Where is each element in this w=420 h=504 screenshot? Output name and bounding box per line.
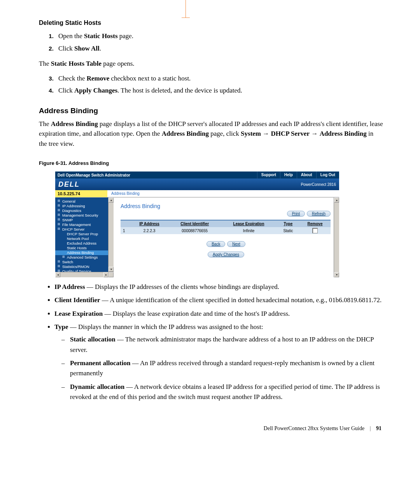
refresh-button[interactable]: Refresh — [307, 211, 331, 217]
col-lease: Lease Expiration — [220, 220, 277, 227]
cell-rownum: 1 — [121, 227, 130, 234]
col-num — [121, 220, 130, 227]
tree-statistics-rmon[interactable]: Statistics/RMON — [55, 264, 114, 269]
next-button[interactable]: Next — [227, 241, 245, 247]
desc-lease: Lease Expiration — Displays the lease ex… — [54, 309, 383, 319]
window-title: Dell OpenManage Switch Administrator — [55, 173, 257, 177]
field-descriptions: IP Address — Displays the IP addresses o… — [39, 282, 383, 402]
step-4: Click Apply Changes. The host is deleted… — [55, 86, 383, 96]
tree-snmp[interactable]: SNMP — [55, 218, 114, 222]
type-sublist: Static allocation — The network administ… — [54, 334, 383, 402]
scroll-corner — [108, 272, 114, 277]
tree-diagnostics[interactable]: Diagnostics — [55, 208, 114, 213]
back-button[interactable]: Back — [206, 241, 225, 247]
tree-static-hosts[interactable]: Static Hosts — [55, 246, 114, 250]
content-pane: Address Binding Print Refresh IP Address… — [114, 198, 339, 277]
screenshot-address-binding: Dell OpenManage Switch Administrator Sup… — [55, 172, 339, 277]
tree-advanced-settings[interactable]: Advanced Settings — [55, 255, 114, 260]
tree-general[interactable]: General — [55, 199, 114, 204]
mid-paragraph: The Static Hosts Table page opens. — [39, 59, 383, 69]
tree-hscrollbar[interactable]: ◂ ▸ — [55, 272, 114, 277]
tree-ip-addressing[interactable]: IP Addressing — [55, 204, 114, 208]
tree-vscrollbar[interactable]: ▴ ▾ — [108, 198, 114, 272]
desc-dynamic-alloc: Dynamic allocation — A network device ob… — [68, 382, 383, 402]
tree-dhcp-server[interactable]: DHCP Server — [55, 227, 114, 232]
subsection-heading: Deleting Static Hosts — [39, 19, 383, 26]
window-titlebar: Dell OpenManage Switch Administrator Sup… — [55, 172, 339, 178]
scroll-right-icon[interactable]: ▸ — [103, 272, 108, 277]
device-ip: 10.5.225.74 — [55, 190, 107, 197]
screenshot-body: General IP Addressing Diagnostics Manage… — [55, 197, 339, 277]
figure-caption: Figure 6-31. Address Binding — [39, 160, 383, 166]
content-scroll-down-icon[interactable]: ▾ — [334, 272, 339, 277]
apply-row: Apply Changes — [121, 252, 331, 257]
pagination: Back Next — [121, 241, 331, 247]
tree-dhcp-server-prop[interactable]: DHCP Server Prop — [55, 232, 114, 236]
crop-mark — [186, 0, 186, 18]
col-ip: IP Address — [130, 220, 169, 227]
scroll-left-icon[interactable]: ◂ — [55, 272, 60, 277]
cell-ip: 2.2.2.3 — [130, 227, 169, 234]
tree-file-management[interactable]: File Management — [55, 222, 114, 227]
remove-checkbox[interactable] — [312, 228, 318, 233]
tree-address-binding[interactable]: Address Binding — [55, 250, 114, 255]
section-heading: Address Binding — [39, 107, 383, 115]
desc-type: Type — Displays the manner in which the … — [54, 322, 383, 402]
col-type: Type — [277, 220, 299, 227]
table-row: 1 2.2.2.3 000088776655 Infinite Static — [121, 227, 331, 234]
steps-list-1: Open the Static Hosts page. Click Show A… — [39, 31, 383, 53]
ip-breadcrumb-bar: 10.5.225.74 Address Binding — [55, 190, 339, 197]
intro-paragraph: The Address Binding page displays a list… — [39, 119, 383, 149]
tree-network-pool[interactable]: Network Pool — [55, 236, 114, 241]
about-link[interactable]: About — [297, 172, 316, 178]
desc-permanent-alloc: Permanent allocation — An IP address rec… — [68, 358, 383, 379]
desc-ip: IP Address — Displays the IP addresses o… — [54, 282, 383, 292]
footer-guide: Dell PowerConnect 28xx Systems User Guid… — [264, 425, 364, 431]
col-client-id: Client Identifier — [169, 220, 220, 227]
scroll-down-icon[interactable]: ▾ — [108, 267, 114, 272]
desc-static-alloc: Static allocation — The network administ… — [68, 334, 383, 355]
desc-client-id: Client Identifier — A unique identificat… — [54, 295, 383, 305]
col-remove: Remove — [299, 220, 331, 227]
cell-lease: Infinite — [220, 227, 277, 234]
content-vscrollbar[interactable]: ▴ ▾ — [334, 198, 339, 277]
content-title: Address Binding — [121, 203, 331, 209]
content-scroll-up-icon[interactable]: ▴ — [334, 198, 339, 203]
model-label: PowerConnect 2816 — [301, 182, 336, 187]
apply-changes-button[interactable]: Apply Changes — [208, 252, 244, 257]
brand-bar: DELL PowerConnect 2816 — [55, 178, 339, 190]
step-1: Open the Static Hosts page. — [55, 31, 383, 41]
binding-table: IP Address Client Identifier Lease Expir… — [121, 220, 331, 234]
scroll-up-icon[interactable]: ▴ — [108, 198, 114, 203]
table-header-row: IP Address Client Identifier Lease Expir… — [121, 220, 331, 227]
step-3: Check the Remove checkbox next to a stat… — [55, 74, 383, 84]
help-link[interactable]: Help — [280, 172, 297, 178]
cell-type: Static — [277, 227, 299, 234]
print-button[interactable]: Print — [287, 211, 305, 217]
page-footer: Dell PowerConnect 28xx Systems User Guid… — [39, 425, 383, 432]
steps-list-2: Check the Remove checkbox next to a stat… — [39, 74, 383, 96]
tree-mgmt-security[interactable]: Management Security — [55, 213, 114, 218]
footer-sep: | — [370, 425, 371, 431]
nav-tree: General IP Addressing Diagnostics Manage… — [55, 198, 114, 277]
page-number: 91 — [376, 425, 382, 431]
content-actions: Print Refresh — [121, 211, 331, 217]
dell-logo: DELL — [58, 180, 80, 189]
tree-excluded-address[interactable]: Excluded Address — [55, 241, 114, 246]
cell-client-id: 000088776655 — [169, 227, 220, 234]
cell-remove — [299, 227, 331, 234]
breadcrumb: Address Binding — [107, 190, 339, 197]
step-2: Click Show All. — [55, 44, 383, 54]
tree-switch[interactable]: Switch — [55, 260, 114, 264]
logout-link[interactable]: Log Out — [316, 172, 339, 178]
support-link[interactable]: Support — [257, 172, 280, 178]
